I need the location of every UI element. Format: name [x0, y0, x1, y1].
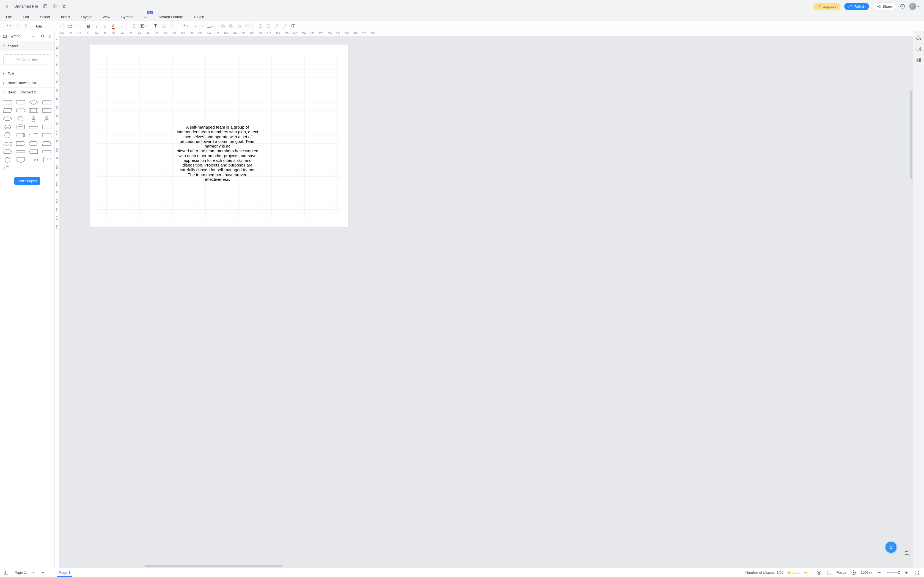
page-select[interactable]: Page-1▾: [12, 570, 37, 575]
fill-icon[interactable]: [161, 23, 167, 29]
layers-icon[interactable]: [816, 569, 822, 576]
menu-search-feature[interactable]: Search Feature: [159, 15, 183, 19]
shape-terminator[interactable]: [15, 108, 26, 113]
shape-manual-input[interactable]: [28, 132, 39, 138]
canvas-scroll[interactable]: A self-managed team is a group of indepe…: [60, 36, 913, 568]
effects-icon[interactable]: [257, 23, 264, 29]
clear-format-icon[interactable]: [118, 23, 125, 29]
line-color-icon[interactable]: [169, 23, 176, 29]
pages-panel-icon[interactable]: [3, 569, 9, 576]
star-icon[interactable]: [62, 4, 66, 8]
shape-side-box[interactable]: [42, 124, 52, 130]
shape-loop-limit[interactable]: [42, 132, 52, 138]
zoom-out-icon[interactable]: [876, 569, 883, 576]
text-tool-icon[interactable]: T: [152, 23, 159, 29]
shape-rounded[interactable]: [15, 99, 26, 105]
section-collect[interactable]: ▾collect: [0, 41, 55, 50]
zoom-select[interactable]: 100%▾: [861, 571, 872, 575]
menu-plugin[interactable]: Plugin: [194, 15, 204, 19]
help-icon[interactable]: [900, 4, 905, 9]
chat-assistant-button[interactable]: [885, 542, 897, 553]
menu-symbol[interactable]: Symbol: [121, 15, 133, 19]
menu-file[interactable]: File: [6, 15, 12, 19]
fullscreen-icon[interactable]: [914, 569, 920, 576]
shape-data[interactable]: [2, 108, 13, 113]
font-select[interactable]: Arial▾: [36, 24, 61, 28]
bring-front-icon[interactable]: [228, 23, 234, 29]
focus-label[interactable]: Focus: [837, 571, 846, 575]
undo-icon[interactable]: [6, 23, 13, 29]
zoom-in-icon[interactable]: [903, 569, 910, 576]
section-basic-flowchart[interactable]: ▾Basic Flowchart S…: [0, 88, 55, 97]
upgrade-badge-icon[interactable]: [803, 571, 808, 575]
shape-predefined[interactable]: [28, 108, 39, 113]
zoom-slider[interactable]: [887, 572, 899, 573]
font-color-icon[interactable]: A: [110, 23, 116, 29]
library-icon[interactable]: [3, 34, 7, 39]
menu-ai[interactable]: AI: [144, 15, 147, 19]
menu-layout[interactable]: Layout: [81, 15, 92, 19]
shape-process[interactable]: [2, 99, 13, 105]
menu-select[interactable]: Select: [40, 15, 50, 19]
library-more-icon[interactable]: ⌄: [32, 34, 34, 38]
shape-tape[interactable]: [2, 140, 13, 147]
shape-offpage[interactable]: [15, 157, 26, 163]
valign-icon[interactable]: ▾: [139, 23, 146, 29]
vertical-scrollbar[interactable]: [910, 91, 913, 179]
shape-user[interactable]: [42, 116, 52, 122]
export-panel-icon[interactable]: [916, 46, 922, 52]
shape-circle[interactable]: [15, 116, 26, 122]
collapse-sidebar-icon[interactable]: [47, 34, 52, 39]
shape-database[interactable]: [15, 124, 26, 130]
zoom-slider-knob[interactable]: [898, 571, 900, 574]
shape-annotation[interactable]: Drag the sideline to change: [42, 157, 52, 163]
align-left-icon[interactable]: [131, 23, 138, 29]
menu-insert[interactable]: Insert: [61, 15, 70, 19]
section-text[interactable]: ▸Text: [0, 69, 55, 78]
shape-display[interactable]: [28, 140, 39, 147]
page-tab-active[interactable]: Page-1: [57, 568, 72, 577]
shape-card[interactable]: [42, 99, 52, 105]
search-icon[interactable]: [41, 34, 45, 39]
distribute-icon[interactable]: [244, 23, 251, 29]
publish-button[interactable]: Publish: [844, 3, 869, 10]
shape-internal-storage[interactable]: [42, 108, 52, 113]
filename-label[interactable]: Unnamed File: [14, 4, 38, 8]
fill-bucket-icon[interactable]: [916, 35, 922, 41]
presentation-icon[interactable]: [290, 23, 297, 29]
redo-icon[interactable]: [14, 23, 21, 29]
upgrade-button[interactable]: Upgrade: [813, 3, 840, 10]
shape-trapezoid[interactable]: [42, 140, 52, 147]
drag-here-box[interactable]: Drag Here: [3, 55, 51, 65]
menu-view[interactable]: View: [103, 15, 110, 19]
send-back-icon[interactable]: [220, 23, 226, 29]
font-size-select[interactable]: 12▾: [68, 24, 79, 28]
shape-arrow-conn[interactable]: [28, 157, 39, 163]
back-icon[interactable]: [5, 4, 9, 8]
shape-arc[interactable]: [2, 165, 13, 171]
italic-icon[interactable]: I: [94, 23, 100, 29]
shape-preparation[interactable]: [2, 149, 13, 155]
line-style-icon[interactable]: ▾: [190, 23, 197, 29]
share-button[interactable]: Share: [873, 2, 896, 10]
arrow-start-icon[interactable]: ▾: [198, 23, 205, 29]
shape-capsule[interactable]: [42, 149, 52, 155]
apps-icon[interactable]: [916, 57, 922, 63]
shape-circle-big[interactable]: [2, 132, 13, 138]
shape-decision[interactable]: [28, 99, 39, 105]
bold-icon[interactable]: B: [85, 23, 92, 29]
account-menu[interactable]: ▾: [909, 2, 919, 10]
play-icon[interactable]: [850, 569, 857, 576]
menu-edit[interactable]: Edit: [23, 15, 29, 19]
library-title[interactable]: Symbol…: [9, 34, 29, 38]
export-icon[interactable]: [53, 4, 57, 8]
shape-ellipse[interactable]: [2, 116, 13, 122]
underline-icon[interactable]: U: [102, 23, 108, 29]
shape-delay[interactable]: [15, 140, 26, 147]
expand-link[interactable]: Expand: [787, 571, 800, 575]
horizontal-scrollbar[interactable]: [60, 564, 913, 568]
add-shapes-button[interactable]: Add Shapes: [14, 177, 40, 185]
shape-manual-op[interactable]: [28, 116, 39, 122]
shape-stored-data[interactable]: [28, 149, 39, 155]
scrollbar-thumb[interactable]: [145, 565, 283, 567]
